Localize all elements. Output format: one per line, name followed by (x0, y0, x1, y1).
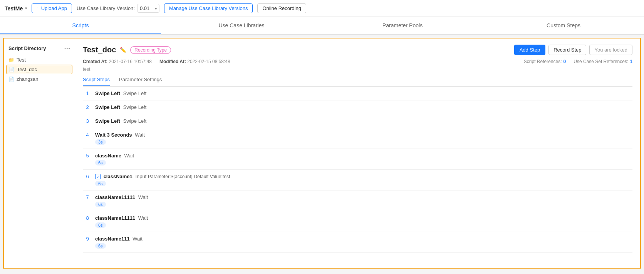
table-row[interactable]: 3 Swipe Left Swipe Left (83, 114, 632, 128)
step-content: className111 Wait 6s (92, 232, 632, 253)
step-number: 8 (83, 211, 92, 232)
step-name: className111 (95, 236, 130, 242)
tab-scripts[interactable]: Scripts (0, 17, 161, 34)
step-number: 1 (83, 87, 92, 100)
step-content: className Wait 6s (92, 149, 632, 170)
sidebar: Script Directory ⋯ 📁 Test 📄 Test_doc 📄 z… (4, 38, 75, 268)
step-type: Swipe Left (123, 90, 147, 96)
locked-button: You are locked (589, 45, 632, 55)
step-type: Wait (138, 215, 148, 221)
script-refs-label: Script References: (524, 59, 562, 64)
step-type: Wait (124, 153, 134, 159)
sidebar-header: Script Directory ⋯ (4, 42, 75, 55)
step-check-icon: ✓ (95, 174, 101, 179)
table-row[interactable]: 9 className111 Wait 6s (83, 232, 632, 253)
step-name: className11111 (95, 194, 135, 200)
upload-app-button[interactable]: ↑ Upload App (32, 3, 72, 13)
step-param: Parameter:${account} Default Value:test (148, 174, 230, 179)
use-case-refs: Use Case Set References: 1 (574, 59, 632, 64)
step-number: 4 (83, 128, 92, 149)
nav-tabs: Scripts Use Case Libraries Parameter Poo… (0, 17, 644, 35)
table-row[interactable]: 2 Swipe Left Swipe Left (83, 100, 632, 114)
step-badge: 6s (95, 160, 106, 165)
script-meta: Created At: 2021-07-16 10:57:48 Modified… (83, 59, 632, 64)
add-step-button[interactable]: Add Step (514, 45, 546, 55)
step-name: className (95, 153, 121, 159)
step-type: Swipe Left (123, 118, 147, 124)
meta-refs: Script References: 0 Use Case Set Refere… (524, 59, 632, 64)
script-actions: Add Step Record Step You are locked (514, 45, 632, 55)
step-number: 6 (83, 170, 92, 190)
modified-label-text: Modified At: (159, 59, 186, 64)
step-name: Swipe Left (95, 118, 120, 124)
library-version-select-wrapper[interactable]: 0.01 (137, 4, 159, 13)
created-value: 2021-07-16 10:57:48 (109, 59, 152, 64)
tab-use-case-libraries-label: Use Case Libraries (218, 22, 264, 28)
app-name[interactable]: TestMe ▾ (5, 5, 27, 12)
step-name: Wait 3 Seconds (95, 132, 132, 138)
step-badge: 6s (95, 181, 106, 186)
file-icon: 📄 (8, 77, 14, 82)
sidebar-item-test[interactable]: 📁 Test (4, 55, 75, 65)
manage-library-label: Manage Use Case Library Versions (169, 5, 248, 11)
modified-value: 2022-02-15 08:58:48 (187, 59, 230, 64)
recording-type-badge: Recording Type (130, 46, 171, 54)
tab-use-case-libraries[interactable]: Use Case Libraries (161, 17, 322, 34)
step-number: 7 (83, 190, 92, 211)
step-badge: 6s (95, 202, 106, 207)
sub-tab-script-steps-label: Script Steps (83, 77, 110, 82)
step-badge: 6s (95, 243, 106, 249)
sidebar-item-test-doc[interactable]: 📄 Test_doc (6, 65, 72, 74)
step-content: ✓ className1 Input Parameter:${account} … (92, 170, 632, 190)
sidebar-item-test-label: Test (17, 57, 26, 63)
use-case-refs-value: 1 (630, 59, 632, 64)
sidebar-item-zhangsan[interactable]: 📄 zhangsan (4, 74, 75, 84)
step-type: Swipe Left (123, 104, 147, 110)
created-at-label: Created At: 2021-07-16 10:57:48 (83, 59, 152, 64)
table-row[interactable]: 4 Wait 3 Seconds Wait 3s (83, 128, 632, 149)
step-type: Wait (138, 194, 148, 200)
step-content: className11111 Wait 6s (92, 190, 632, 211)
script-refs-value: 0 (564, 59, 566, 64)
created-label-text: Created At: (83, 59, 107, 64)
upload-icon: ↑ (37, 5, 39, 11)
file-icon-selected: 📄 (9, 67, 15, 72)
manage-library-button[interactable]: Manage Use Case Library Versions (164, 3, 253, 13)
step-content: Wait 3 Seconds Wait 3s (92, 128, 632, 149)
tab-custom-steps[interactable]: Custom Steps (483, 17, 644, 34)
sidebar-menu-icon[interactable]: ⋯ (64, 45, 70, 52)
tab-parameter-pools-label: Parameter Pools (382, 22, 423, 28)
step-number: 5 (83, 149, 92, 170)
sub-tabs: Script Steps Parameter Settings (83, 77, 632, 87)
sub-tab-script-steps[interactable]: Script Steps (83, 77, 110, 86)
script-refs: Script References: 0 (524, 59, 566, 64)
table-row[interactable]: 8 className11111 Wait 6s (83, 211, 632, 232)
step-content: Swipe Left Swipe Left (92, 114, 632, 128)
record-step-button[interactable]: Record Step (548, 45, 586, 55)
library-version-select[interactable]: 0.01 (137, 4, 159, 13)
table-row[interactable]: 1 Swipe Left Swipe Left (83, 87, 632, 100)
step-number: 2 (83, 100, 92, 114)
step-name: className11111 (95, 215, 135, 221)
script-title: Test_doc (83, 45, 116, 54)
step-badge: 6s (95, 222, 106, 228)
table-row[interactable]: 5 className Wait 6s (83, 149, 632, 170)
upload-app-label: Upload App (41, 5, 67, 11)
step-number: 9 (83, 232, 92, 253)
app-name-chevron: ▾ (25, 6, 27, 10)
folder-icon: 📁 (8, 57, 14, 63)
table-row[interactable]: 7 className11111 Wait 6s (83, 190, 632, 211)
sub-tab-parameter-settings-label: Parameter Settings (119, 77, 162, 82)
table-row[interactable]: 6 ✓ className1 Input Parameter:${account… (83, 170, 632, 190)
online-recording-button[interactable]: Online Recording (257, 3, 306, 13)
sidebar-title: Script Directory (8, 45, 46, 51)
edit-icon[interactable]: ✏️ (120, 47, 126, 53)
use-case-refs-label: Use Case Set References: (574, 59, 628, 64)
step-content: className11111 Wait 6s (92, 211, 632, 232)
step-type: Wait (132, 236, 143, 242)
library-version-label: Use Case Library Version: (77, 5, 135, 11)
tab-parameter-pools[interactable]: Parameter Pools (322, 17, 483, 34)
tab-scripts-label: Scripts (72, 22, 89, 28)
sub-tab-parameter-settings[interactable]: Parameter Settings (119, 77, 162, 86)
step-type: Input (135, 174, 146, 179)
